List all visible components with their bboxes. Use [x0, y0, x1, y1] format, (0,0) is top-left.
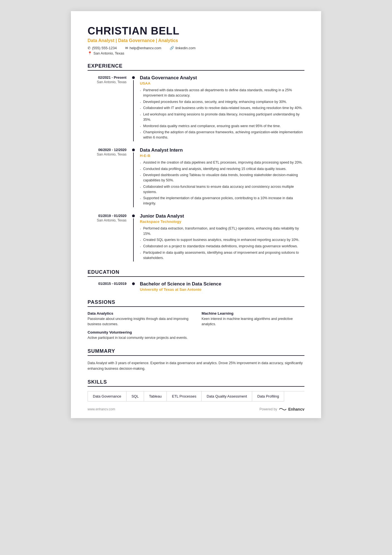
candidate-name: CHRISTIAN BELL	[88, 25, 304, 37]
resume-page: CHRISTIAN BELL Data Analyst | Data Gover…	[71, 11, 321, 418]
bullet: Developed procedures for data access, se…	[140, 99, 304, 105]
exp-left-2: 01/2019 - 01/2020 San Antonio, Texas	[88, 213, 132, 262]
edu-date-0: 01/2015 - 01/2019	[88, 282, 126, 286]
exp-bullets-2: Performed data extraction, transformatio…	[140, 226, 304, 261]
exp-company-2: Rackspace Technology	[140, 219, 304, 224]
exp-company-1: H-E-B	[140, 154, 304, 158]
exp-location-1: San Antonio, Texas	[88, 152, 126, 156]
exp-divider-2	[132, 213, 135, 262]
bullet: Partnered with data stewards across all …	[140, 88, 304, 98]
bullet: Created SQL queries to support business …	[140, 237, 304, 243]
contact-row: ✆ (555) 555-1234 ✉ help@enhancv.com 🔗 li…	[88, 46, 304, 50]
website-contact: 🔗 linkedin.com	[170, 46, 195, 50]
email-address: help@enhancv.com	[130, 46, 161, 50]
education-section-title: EDUCATION	[88, 269, 304, 277]
skill-tag-3: ETL Processes	[167, 391, 202, 401]
education-section: EDUCATION 01/2015 - 01/2019 Bachelor of …	[88, 269, 304, 292]
summary-section-title: SUMMARY	[88, 348, 304, 356]
exp-item-2: 01/2019 - 01/2020 San Antonio, Texas Jun…	[88, 213, 304, 262]
phone-contact: ✆ (555) 555-1234	[88, 46, 117, 50]
passions-section-title: PASSIONS	[88, 299, 304, 307]
exp-location-0: San Antonio, Texas	[88, 80, 126, 84]
bullet: Led workshops and training sessions to p…	[140, 112, 304, 122]
exp-jobtitle-1: Data Analyst Intern	[140, 147, 304, 153]
edu-divider-0	[132, 281, 135, 292]
exp-company-0: USAA	[140, 81, 304, 85]
bullet: Championing the adoption of data governa…	[140, 130, 304, 140]
skill-tag-5: Data Profiling	[252, 391, 284, 401]
bullet: Developed dashboards using Tableau to vi…	[140, 172, 304, 183]
bullet: Monitored data quality metrics and compl…	[140, 124, 304, 129]
footer-brand: Enhancv	[288, 407, 304, 411]
passions-section: PASSIONS Data Analytics Passionate about…	[88, 299, 304, 340]
bullet: Supported the implementation of data gov…	[140, 196, 304, 206]
exp-dot-2	[132, 214, 135, 217]
summary-section: SUMMARY Data Analyst with 3 years of exp…	[88, 348, 304, 371]
exp-jobtitle-2: Junior Data Analyst	[140, 213, 304, 219]
passions-grid: Data Analytics Passionate about uncoveri…	[88, 311, 304, 340]
exp-divider-1	[132, 147, 135, 207]
exp-item-1: 06/2020 - 12/2020 San Antonio, Texas Dat…	[88, 147, 304, 207]
passion-desc-2: Active participant in local community se…	[88, 335, 190, 341]
skill-tag-0: Data Governance	[88, 391, 126, 401]
passion-title-1: Machine Learning	[202, 311, 304, 315]
exp-date-2: 01/2019 - 01/2020	[88, 214, 126, 218]
edu-dot-0	[132, 282, 135, 285]
powered-by-text: Powered by	[259, 407, 277, 411]
exp-right-2: Junior Data Analyst Rackspace Technology…	[140, 213, 304, 262]
skill-tag-2: Tableau	[144, 391, 167, 401]
exp-item-0: 02/2021 - Present San Antonio, Texas Dat…	[88, 75, 304, 141]
exp-line-1	[133, 152, 134, 207]
location-contact: 📍 San Antonio, Texas	[88, 51, 304, 55]
exp-dot-1	[132, 149, 135, 151]
experience-section: EXPERIENCE 02/2021 - Present San Antonio…	[88, 63, 304, 262]
edu-right-0: Bachelor of Science in Data Science Univ…	[140, 281, 304, 292]
link-icon: 🔗	[170, 46, 174, 50]
passion-item-0: Data Analytics Passionate about uncoveri…	[88, 311, 190, 327]
bullet: Performed data extraction, transformatio…	[140, 226, 304, 236]
exp-bullets-1: Assisted in the creation of data pipelin…	[140, 160, 304, 206]
passion-item-2: Community Volunteering Active participan…	[88, 330, 190, 341]
passion-title-0: Data Analytics	[88, 311, 190, 315]
email-contact: ✉ help@enhancv.com	[125, 46, 161, 50]
exp-divider-0	[132, 75, 135, 141]
passion-desc-0: Passionate about uncovering insights thr…	[88, 316, 190, 327]
skills-section: SKILLS Data Governance SQL Tableau ETL P…	[88, 379, 304, 401]
experience-section-title: EXPERIENCE	[88, 63, 304, 71]
passion-item-1: Machine Learning Keen interest in machin…	[202, 311, 304, 327]
skills-list: Data Governance SQL Tableau ETL Processe…	[88, 391, 304, 401]
exp-line-2	[133, 218, 134, 262]
phone-icon: ✆	[88, 46, 91, 50]
bullet: Assisted in the creation of data pipelin…	[140, 160, 304, 165]
exp-left-1: 06/2020 - 12/2020 San Antonio, Texas	[88, 147, 132, 207]
exp-right-0: Data Governance Analyst USAA Partnered w…	[140, 75, 304, 141]
exp-left-0: 02/2021 - Present San Antonio, Texas	[88, 75, 132, 141]
exp-date-0: 02/2021 - Present	[88, 76, 126, 80]
location-icon: 📍	[88, 51, 92, 55]
website-url: linkedin.com	[175, 46, 195, 50]
bullet: Collaborated with cross-functional teams…	[140, 184, 304, 195]
bullet: Collaborated on a project to standardize…	[140, 244, 304, 249]
edu-degree-0: Bachelor of Science in Data Science	[140, 281, 304, 287]
phone-number: (555) 555-1234	[92, 46, 117, 50]
footer-powered-by: Powered by Enhancv	[259, 407, 304, 411]
skill-tag-4: Data Quality Assessment	[202, 391, 252, 401]
location-text: San Antonio, Texas	[93, 51, 124, 55]
summary-text: Data Analyst with 3 years of experience.…	[88, 360, 304, 371]
exp-date-1: 06/2020 - 12/2020	[88, 148, 126, 152]
bullet: Conducted data profiling and analysis, i…	[140, 166, 304, 172]
exp-right-1: Data Analyst Intern H-E-B Assisted in th…	[140, 147, 304, 207]
exp-dot-0	[132, 76, 135, 79]
edu-school-0: University of Texas at San Antonio	[140, 287, 304, 292]
email-icon: ✉	[125, 46, 128, 50]
skill-tag-1: SQL	[126, 391, 144, 401]
edu-item-0: 01/2015 - 01/2019 Bachelor of Science in…	[88, 281, 304, 292]
enhancv-logo-icon	[279, 407, 287, 411]
bullet: Participated in data quality assessments…	[140, 250, 304, 261]
exp-bullets-0: Partnered with data stewards across all …	[140, 88, 304, 140]
exp-location-2: San Antonio, Texas	[88, 218, 126, 222]
exp-line-0	[133, 80, 134, 141]
skills-section-title: SKILLS	[88, 379, 304, 387]
bullet: Collaborated with IT and business units …	[140, 105, 304, 111]
passion-desc-1: Keen interest in machine learning algori…	[202, 316, 304, 327]
